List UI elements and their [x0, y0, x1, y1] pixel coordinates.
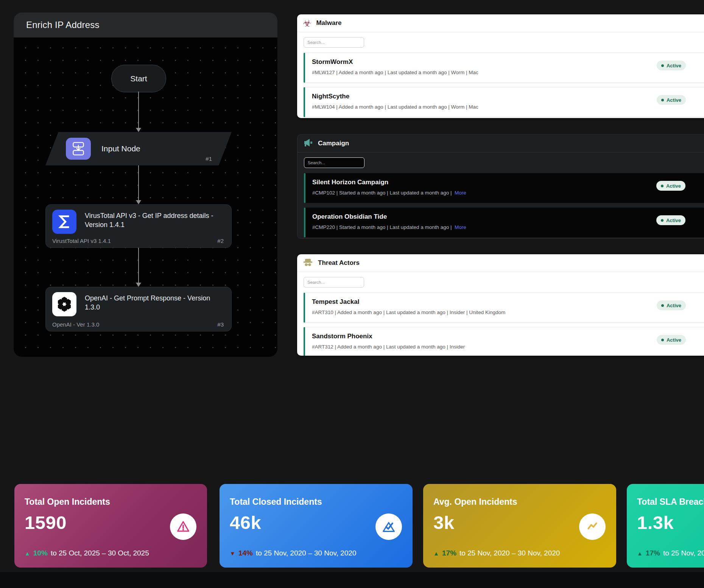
stat-trend: ▲ 17% to 25 Nov, 2020 – 30 Nov, 2020 [637, 549, 704, 557]
malware-panel-title: Malware [316, 19, 341, 27]
stat-value: 1.3k [637, 512, 704, 533]
node-index: #3 [217, 321, 224, 328]
start-node[interactable]: Start [111, 65, 166, 92]
malware-item-name: NightScythe [305, 87, 704, 100]
threat-actor-list-item[interactable]: Sandstorm Phoenix #ART312 | Added a mont… [304, 327, 704, 356]
stat-title: Avg. Open Incidents [433, 497, 606, 507]
campaign-item-name: Operation Obsidian Tide [305, 208, 704, 221]
status-dot-icon [661, 99, 664, 101]
threat-actor-item-meta: #ART312 | Added a month ago | Last updat… [305, 340, 704, 350]
stat-trend: ▼ 14% to 25 Nov, 2020 – 30 Nov, 2020 [230, 549, 356, 557]
threat-actors-panel: Threat Actors Tempest Jackal #ART310 | A… [297, 254, 704, 356]
status-badge: Active [656, 215, 685, 225]
threat-actors-search-input[interactable] [304, 277, 364, 288]
stat-trend: ▲ 17% to 25 Nov, 2020 – 30 Nov, 2020 [433, 549, 560, 557]
more-link[interactable]: More [455, 224, 466, 230]
trend-up-icon: ▲ [637, 550, 643, 557]
threat-actors-panel-title: Threat Actors [318, 259, 360, 267]
workflow-panel: Enrich IP Address Start Input Node #1 [14, 12, 277, 357]
trend-up-icon: ▲ [433, 550, 439, 557]
virustotal-icon [52, 210, 76, 234]
virustotal-node-subtitle: VirustTotal API v3 1.4.1 [52, 238, 111, 244]
malware-item-meta: #MLW127 | Added a month ago | Last updat… [305, 66, 704, 75]
campaign-item-meta: #CMP102 | Started a month ago | Last upd… [305, 186, 704, 196]
trend-down-icon: ▼ [230, 550, 235, 557]
campaign-search-input[interactable] [304, 157, 364, 168]
spy-icon [303, 258, 313, 268]
campaign-item-meta: #CMP220 | Started a month ago | Last upd… [305, 221, 704, 230]
stat-card-total-open-incidents: Total Open Incidents 1590 ▲ 10% to 25 Oc… [14, 484, 207, 568]
threat-actor-item-meta: #ART310 | Added a month ago | Last updat… [305, 306, 704, 315]
stat-trend: ▲ 10% to 25 Oct, 2025 – 30 Oct, 2025 [25, 549, 149, 557]
threat-actor-item-name: Sandstorm Phoenix [305, 327, 704, 340]
openai-node-title: OpenAI - Get Prompt Response - Version 1… [85, 292, 224, 312]
input-node-label: Input Node [101, 144, 140, 153]
malware-list-item[interactable]: StormWormX #MLW127 | Added a month ago |… [304, 53, 704, 83]
workflow-canvas[interactable]: Start Input Node #1 [14, 37, 277, 357]
threat-actor-list-item[interactable]: Tempest Jackal #ART310 | Added a month a… [304, 292, 704, 323]
status-badge: Active [657, 300, 686, 310]
campaign-panel-title: Campaign [318, 140, 349, 147]
openai-node-subtitle: OpenAI - Ver 1.3.0 [52, 321, 99, 328]
more-link[interactable]: More [455, 190, 466, 196]
status-badge: Active [657, 61, 686, 70]
status-dot-icon [661, 219, 664, 222]
openai-node[interactable]: OpenAI - Get Prompt Response - Version 1… [45, 287, 232, 331]
node-index: #2 [217, 238, 224, 244]
biohazard-icon: ☣ [303, 19, 311, 28]
stat-title: Total Open Incidents [25, 497, 197, 507]
malware-list-item[interactable]: NightScythe #MLW104 | Added a month ago … [304, 87, 704, 117]
openai-icon [52, 292, 76, 316]
input-stack-download-icon [66, 138, 91, 160]
warning-triangle-icon [170, 513, 196, 540]
campaign-item-name: Silent Horizon Campaign [305, 173, 704, 186]
virustotal-node[interactable]: VirusTotal API v3 - Get IP address detai… [45, 204, 232, 248]
status-dot-icon [661, 185, 664, 187]
status-badge: Active [657, 335, 686, 345]
status-badge: Active [656, 181, 685, 191]
malware-item-meta: #MLW104 | Added a month ago | Last updat… [305, 100, 704, 110]
campaign-list-item[interactable]: Silent Horizon Campaign #CMP102 | Starte… [304, 173, 704, 203]
connector-arrow [138, 92, 139, 128]
campaign-panel: Campaign Silent Horizon Campaign #CMP102… [297, 134, 704, 239]
connector-arrow [138, 248, 139, 283]
stat-card-total-sla-breaches: Total SLA Breaches 1.3k ▲ 17% to 25 Nov,… [627, 484, 704, 568]
status-badge: Active [657, 95, 686, 105]
stat-card-avg-open-incidents: Avg. Open Incidents 3k ▲ 17% to 25 Nov, … [423, 484, 616, 568]
trend-line-icon [579, 513, 606, 540]
stat-title: Total Closed Incidents [230, 497, 402, 507]
malware-search-input[interactable] [304, 37, 364, 48]
malware-panel: ☣ Malware StormWormX #MLW127 | Added a m… [297, 14, 704, 118]
status-dot-icon [661, 64, 664, 67]
workflow-title: Enrich IP Address [26, 20, 100, 30]
virustotal-node-title: VirusTotal API v3 - Get IP address detai… [85, 210, 224, 230]
connector-arrow [138, 165, 139, 200]
status-dot-icon [661, 339, 664, 341]
stat-card-total-closed-incidents: Total Closed Incidents 46k ▼ 14% to 25 N… [220, 484, 413, 568]
campaign-list-item[interactable]: Operation Obsidian Tide #CMP220 | Starte… [304, 207, 704, 238]
threat-actor-item-name: Tempest Jackal [305, 293, 704, 306]
megaphone-icon [303, 138, 313, 149]
status-dot-icon [661, 304, 664, 307]
node-index: #1 [206, 156, 212, 162]
malware-item-name: StormWormX [305, 53, 704, 66]
start-node-label: Start [130, 74, 147, 83]
check-triangle-icon [375, 513, 402, 540]
input-node[interactable]: Input Node #1 [45, 132, 232, 165]
trend-up-icon: ▲ [25, 550, 30, 557]
stat-title: Total SLA Breaches [637, 497, 704, 507]
bottom-bar [0, 572, 704, 588]
workflow-header: Enrich IP Address [14, 12, 277, 37]
